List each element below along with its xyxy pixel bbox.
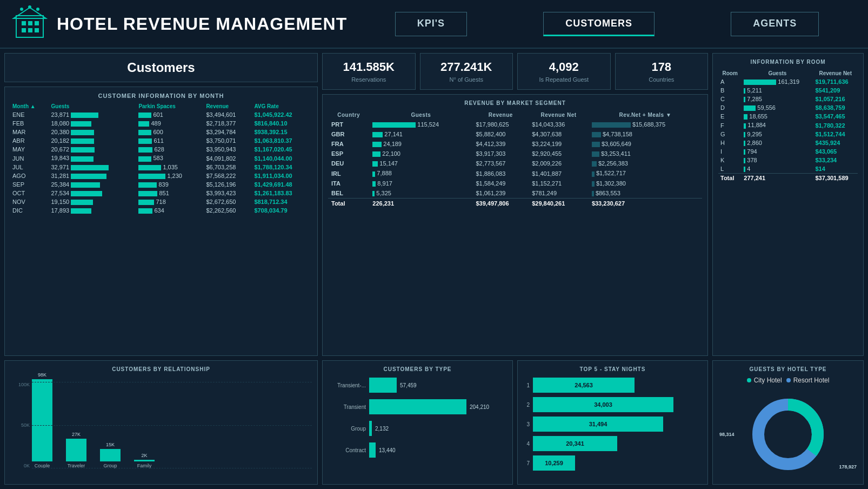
type-value-2: 2,132 — [375, 426, 389, 432]
customer-table-title: CUSTOMER INFORMATION BY MONTH — [10, 92, 312, 99]
type-bar-1 — [369, 399, 466, 414]
stay-nights-box: TOP 5 - STAY NIGHTS 1 24,563 2 34,003 3 … — [517, 360, 708, 485]
seg-country: FRA — [328, 139, 369, 149]
room-col-rev: Revenue Net — [813, 69, 858, 77]
room-guests: 2,860 — [742, 138, 813, 147]
month-table: Month ▲ Guests Parkin Spaces Revenue AVG… — [10, 102, 312, 215]
tab-agents[interactable]: AGENTS — [731, 12, 819, 36]
kpi-value-2: 4,092 — [524, 60, 604, 74]
seg-revenue: $3,917,303 — [472, 149, 529, 158]
parking-cell: 1,035 — [136, 163, 204, 171]
avg-cell: $1,140,044.00 — [252, 154, 312, 162]
avg-cell: $816,840.10 — [252, 119, 312, 128]
type-bar-row-0: Transient-... 57,459 — [328, 378, 507, 393]
parking-cell: 1,230 — [136, 171, 204, 180]
room-rev: $3,547,465 — [813, 112, 858, 121]
avg-cell: $1,167,020.45 — [252, 145, 312, 154]
guests-cell: 20,672 — [49, 145, 137, 154]
seg-rev-meals: $863,553 — [589, 188, 702, 199]
customers-title: Customers — [11, 60, 311, 75]
stay-bar-row-1: 2 34,003 — [523, 397, 702, 412]
guests-cell: 18,080 — [49, 119, 137, 128]
revenue-cell: $3,294,784 — [204, 128, 252, 136]
nav-tabs: KPI'S CUSTOMERS AGENTS — [357, 12, 857, 36]
seg-revenue: $1,886,083 — [472, 168, 529, 178]
seg-guests: 5,325 — [369, 188, 472, 199]
seg-rev-net: $1,401,887 — [529, 168, 589, 178]
svg-rect-1 — [22, 21, 26, 25]
revenue-cell: $2,262,560 — [204, 206, 252, 215]
month-cell: JUN — [10, 154, 49, 162]
customers-title-box: Customers — [4, 53, 318, 82]
room-row-3: D 59,556 $8,638,759 — [718, 103, 858, 112]
room-guests: 59,556 — [742, 103, 813, 112]
revenue-cell: $3,950,943 — [204, 145, 252, 154]
month-cell: ABR — [10, 136, 49, 145]
resort-hotel-dot — [786, 378, 791, 382]
seg-country: DEU — [328, 158, 369, 168]
stay-rank-1: 2 — [523, 402, 530, 408]
seg-rev-net: $2,009,226 — [529, 158, 589, 168]
hotel-icon — [11, 5, 49, 43]
svg-point-10 — [28, 5, 31, 9]
rel-bar-group-0: 98K Couple — [32, 372, 52, 468]
type-bar-row-3: Contract 13,440 — [328, 442, 507, 458]
seg-country: ITA — [328, 179, 369, 188]
stay-bar-0: 24,563 — [533, 378, 635, 393]
parking-cell: 628 — [136, 145, 204, 154]
table-row: ABR 20,182 611 $3,750,071 $1,063,810.37 — [10, 136, 312, 145]
room-total-row: Total 277,241 $37,301,589 — [718, 174, 858, 183]
room-row-9: K 378 $33,234 — [718, 156, 858, 164]
col-guests: Guests — [49, 102, 137, 110]
table-row: NOV 19,150 718 $2,672,650 $818,712.34 — [10, 197, 312, 206]
rel-bar-value-1: 27K — [72, 432, 81, 437]
rel-bar-group-2: 15K Group — [100, 442, 121, 468]
svg-rect-2 — [28, 21, 32, 25]
seg-country: PRT — [328, 120, 369, 129]
svg-rect-4 — [22, 28, 26, 32]
room-cell: H — [718, 138, 742, 147]
room-guests: 161,319 — [742, 77, 813, 86]
parking-cell: 634 — [136, 206, 204, 215]
room-rev: $8,638,759 — [813, 103, 858, 112]
guests-cell: 23,871 — [49, 110, 137, 119]
rel-bar-group-1: 27K Traveler — [66, 432, 86, 468]
room-row-10: L 4 $14 — [718, 164, 858, 174]
month-cell: MAY — [10, 145, 49, 154]
seg-country: ESP — [328, 149, 369, 158]
room-guests: 4 — [742, 164, 813, 174]
room-row-8: I 794 $43,065 — [718, 147, 858, 156]
table-row: FEB 18,080 489 $2,718,377 $816,840.10 — [10, 119, 312, 128]
room-guests: 18,655 — [742, 112, 813, 121]
month-cell: NOV — [10, 197, 49, 206]
col-month: Month ▲ — [10, 102, 49, 110]
svg-rect-5 — [28, 28, 32, 32]
seg-rev-net: $3,224,199 — [529, 139, 589, 149]
room-rev: $33,234 — [813, 156, 858, 164]
tab-customers[interactable]: CUSTOMERS — [543, 12, 655, 36]
room-cell: A — [718, 77, 742, 86]
stay-bar-1: 34,003 — [533, 397, 673, 412]
segment-title: REVENUE BY MARKET SEGMENT — [328, 100, 702, 106]
seg-guests: 7,888 — [369, 168, 472, 178]
seg-country: BEL — [328, 188, 369, 199]
bottom-mid-charts: CUSTOMERS BY TYPE Transient-... 57,459 T… — [322, 360, 708, 485]
table-row: DEU 15,147 $2,773,567 $2,009,226 $2,256,… — [328, 158, 702, 168]
seg-guests: 115,524 — [369, 120, 472, 129]
table-row: SEP 25,384 839 $5,126,196 $1,429,691.48 — [10, 180, 312, 189]
revenue-cell: $5,126,196 — [204, 180, 252, 189]
relationship-chart-title: CUSTOMERS BY RELATIONSHIP — [10, 366, 312, 372]
kpi-label-1: N° of Guests — [427, 76, 506, 83]
tab-kpis[interactable]: KPI'S — [395, 12, 467, 36]
seg-guests: 15,147 — [369, 158, 472, 168]
room-rev: $1,057,216 — [813, 95, 858, 103]
table-row: GBR 27,141 $5,882,400 $4,307,638 $4,738,… — [328, 129, 702, 139]
header: HOTEL REVENUE MANAGEMENT KPI'S CUSTOMERS… — [0, 0, 868, 49]
seg-rev-net: $1,152,271 — [529, 179, 589, 188]
room-rev: $43,065 — [813, 147, 858, 156]
stay-nights-title: TOP 5 - STAY NIGHTS — [523, 366, 702, 372]
city-hotel-legend: City Hotel — [747, 376, 782, 384]
room-info-box: INFORMATION BY ROOM Room Guests Revenue … — [712, 53, 864, 356]
rel-bar-value-2: 15K — [106, 442, 115, 447]
table-row: JUN 19,843 583 $4,091,802 $1,140,044.00 — [10, 154, 312, 162]
